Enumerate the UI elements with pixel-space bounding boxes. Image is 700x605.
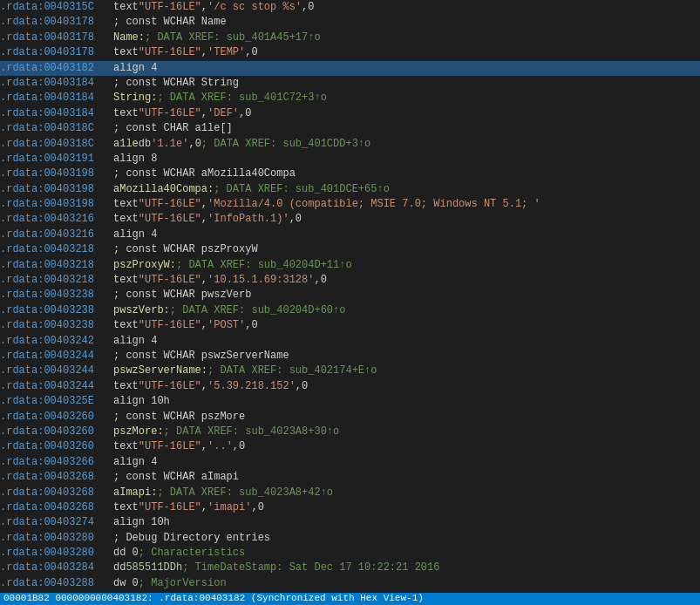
code-part: ; const CHAR a1le[] — [113, 121, 233, 136]
code-part: .rdata:00403288 — [0, 576, 113, 591]
code-part: text — [113, 212, 139, 227]
code-part: ; TimeDateStamp: Sat Dec 17 10:22:21 201… — [182, 561, 439, 575]
code-part: .rdata:00403268 — [0, 486, 113, 500]
code-part: ,0 — [245, 45, 257, 60]
code-line: .rdata:00403198 text "UTF-16LE", 'Mozill… — [0, 197, 700, 212]
code-part: , — [201, 0, 207, 15]
code-part: .rdata:0040315C — [0, 0, 113, 15]
code-line: .rdata:0040315C text "UTF-16LE", '/c sc … — [0, 0, 700, 15]
code-line: .rdata:00403216 text "UTF-16LE", 'InfoPa… — [0, 212, 700, 227]
code-part: aMozilla40Compa: — [113, 182, 214, 197]
code-part: .rdata:00403184 — [0, 91, 113, 105]
code-part: text — [113, 318, 139, 333]
code-part: "UTF-16LE" — [139, 197, 201, 212]
code-line: .rdata:0040318C ; const CHAR a1le[] — [0, 121, 700, 136]
code-part: ; const WCHAR String — [113, 76, 239, 91]
code-part: .rdata:00403178 — [0, 45, 113, 60]
code-line: .rdata:00403268 ; const WCHAR aImapi — [0, 470, 700, 485]
code-part: .rdata:00403244 — [0, 379, 113, 394]
code-part: align 4 — [113, 455, 157, 470]
code-part: .rdata:00403182 — [0, 61, 113, 76]
code-part: align 10h — [113, 515, 170, 530]
code-part: pszProxyW: — [113, 258, 176, 273]
code-part: ; const WCHAR pswzServerName — [113, 349, 289, 364]
code-part: "UTF-16LE" — [139, 0, 201, 15]
code-part: .rdata:00403244 — [0, 349, 113, 364]
code-part: pswzServerName: — [113, 364, 207, 378]
code-part: , — [201, 439, 207, 454]
code-part: , — [201, 212, 207, 227]
code-line: .rdata:00403182 align 4 — [0, 61, 700, 76]
code-line: .rdata:0040318C a1le db '1.1e',0 ; DATA … — [0, 137, 700, 152]
status-bar: 00001B82 0000000000403182: .rdata:004031… — [0, 593, 700, 605]
code-part: .rdata:00403242 — [0, 334, 113, 349]
code-part: "UTF-16LE" — [139, 379, 201, 394]
code-part: ; DATA XREF: sub_401DCE+65↑o — [214, 182, 390, 197]
code-part: .rdata:0040318C — [0, 137, 113, 152]
code-part: '/c sc stop %s' — [207, 0, 302, 15]
code-part: ; MajorVersion — [139, 576, 227, 591]
code-part: align 10h — [113, 394, 170, 409]
code-part: .rdata:00403268 — [0, 470, 113, 485]
code-part: .rdata:00403268 — [0, 500, 113, 515]
code-line: .rdata:00403288 dw 0 ; MajorVersion — [0, 576, 700, 591]
code-part: .rdata:00403178 — [0, 31, 113, 45]
code-part: text — [113, 106, 139, 121]
code-line: .rdata:00403238 text "UTF-16LE", 'POST',… — [0, 318, 700, 333]
code-part: .rdata:00403191 — [0, 152, 113, 167]
code-part: .rdata:00403238 — [0, 303, 113, 318]
code-part: ; const WCHAR Name — [113, 15, 227, 30]
code-line: .rdata:00403178 Name: ; DATA XREF: sub_4… — [0, 31, 700, 45]
code-part: ; const WCHAR aMozilla40Compa — [113, 167, 296, 181]
code-part: ; const WCHAR pszProxyW — [113, 242, 258, 257]
code-part: .rdata:00403260 — [0, 439, 113, 454]
code-line: .rdata:00403198 aMozilla40Compa: ; DATA … — [0, 182, 700, 197]
code-line: .rdata:00403238 ; const WCHAR pwszVerb — [0, 288, 700, 302]
code-part: .rdata:00403218 — [0, 258, 113, 273]
code-line: .rdata:00403218 ; const WCHAR pszProxyW — [0, 242, 700, 257]
code-part: "UTF-16LE" — [139, 500, 201, 515]
code-line: .rdata:00403244 pswzServerName: ; DATA X… — [0, 364, 700, 378]
code-part: , — [201, 379, 207, 394]
code-line: .rdata:00403218 text "UTF-16LE", '10.15.… — [0, 273, 700, 288]
code-line: .rdata:00403198 ; const WCHAR aMozilla40… — [0, 167, 700, 181]
code-part: ,0 — [245, 318, 257, 333]
code-part: ; const WCHAR aImapi — [113, 470, 239, 485]
code-part: .rdata:0040325E — [0, 394, 113, 409]
code-part: 585511DDh — [126, 561, 182, 575]
code-line: .rdata:00403216 align 4 — [0, 228, 700, 242]
status-text: 00001B82 0000000000403182: .rdata:004031… — [3, 592, 424, 605]
code-line: .rdata:00403268 text "UTF-16LE", 'imapi'… — [0, 500, 700, 515]
code-part: text — [113, 379, 139, 394]
code-part: text — [113, 500, 139, 515]
code-line: .rdata:00403280 dd 0 ; Characteristics — [0, 546, 700, 561]
code-part: ,0 — [314, 273, 326, 288]
code-area: .rdata:0040315C text "UTF-16LE", '/c sc … — [0, 0, 700, 593]
code-part: .rdata:00403266 — [0, 455, 113, 470]
code-part: text — [113, 273, 139, 288]
code-part: ,0 — [233, 439, 245, 454]
code-part: "UTF-16LE" — [139, 439, 201, 454]
code-line: .rdata:00403184 String: ; DATA XREF: sub… — [0, 91, 700, 105]
code-part: .rdata:00403244 — [0, 364, 113, 378]
code-part: .rdata:00403198 — [0, 167, 113, 181]
code-line: .rdata:00403244 text "UTF-16LE", '5.39.2… — [0, 379, 700, 394]
code-part: "UTF-16LE" — [139, 318, 201, 333]
code-part: text — [113, 197, 139, 212]
code-part: aImapi: — [113, 486, 157, 500]
code-line: .rdata:00403244 ; const WCHAR pswzServer… — [0, 349, 700, 364]
code-part: ; DATA XREF: sub_401A45+17↑o — [145, 31, 321, 45]
code-line: .rdata:00403260 text "UTF-16LE", '..',0 — [0, 439, 700, 454]
code-line: .rdata:00403260 ; const WCHAR pszMore — [0, 410, 700, 425]
code-part: ; DATA XREF: sub_4023A8+30↑o — [164, 425, 340, 439]
code-part: "UTF-16LE" — [139, 45, 201, 60]
code-line: .rdata:00403266 align 4 — [0, 455, 700, 470]
code-part: "UTF-16LE" — [139, 212, 201, 227]
code-part: 'DEF' — [207, 106, 239, 121]
code-line: .rdata:00403184 ; const WCHAR String — [0, 76, 700, 91]
code-part: '1.1e' — [151, 137, 188, 152]
code-line: .rdata:00403238 pwszVerb: ; DATA XREF: s… — [0, 303, 700, 318]
code-part: text — [113, 0, 139, 15]
code-part: ; DATA XREF: sub_40204D+60↑o — [170, 303, 346, 318]
code-part: text — [113, 439, 139, 454]
